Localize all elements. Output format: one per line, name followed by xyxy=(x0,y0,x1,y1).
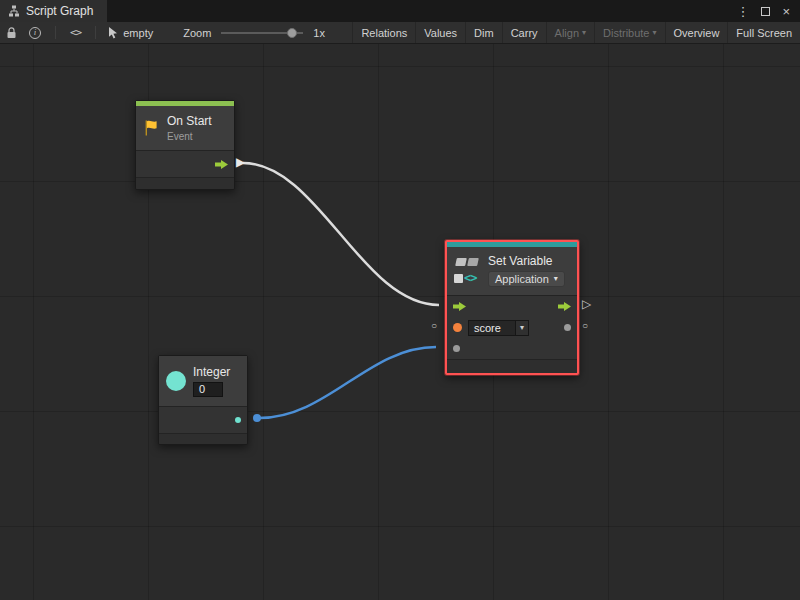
maximize-icon[interactable] xyxy=(761,7,770,16)
control-output-port[interactable] xyxy=(215,160,228,169)
unconnected-control-marker[interactable]: ▷ xyxy=(582,298,591,310)
value-output-port[interactable] xyxy=(564,324,571,331)
name-input-port[interactable] xyxy=(453,323,462,332)
integer-value: 0 xyxy=(199,383,205,395)
selection-status: empty xyxy=(104,27,157,39)
node-set-variable[interactable]: <> Set Variable Application ▾ xyxy=(445,240,579,375)
code-icon[interactable]: <> xyxy=(64,26,87,39)
cursor-icon xyxy=(108,27,118,39)
node-ports xyxy=(159,406,247,433)
value-input-port[interactable] xyxy=(453,345,460,352)
tab-title: Script Graph xyxy=(26,4,93,18)
variable-name-value: score xyxy=(469,321,515,335)
tab-script-graph[interactable]: Script Graph xyxy=(0,0,107,22)
align-button[interactable]: Align ▾ xyxy=(546,22,594,43)
control-output-port[interactable] xyxy=(558,302,571,311)
node-footer xyxy=(136,177,234,189)
variable-name-dropdown[interactable]: score ▾ xyxy=(468,320,529,336)
unconnected-input-circle-marker[interactable]: ○ xyxy=(431,321,437,331)
toolbar-separator xyxy=(55,26,56,39)
integer-value-field[interactable]: 0 xyxy=(193,382,223,397)
graph-icon xyxy=(8,5,20,17)
connected-control-marker: ▶ xyxy=(236,156,245,168)
toolbar-left-group: i <> empty Zoom 1x xyxy=(0,22,325,43)
node-header: On Start Event xyxy=(136,106,234,150)
chevron-down-icon: ▾ xyxy=(582,29,586,37)
carry-button[interactable]: Carry xyxy=(502,22,546,43)
zoom-slider-knob[interactable] xyxy=(287,28,297,38)
chevron-down-icon: ▾ xyxy=(520,324,524,332)
node-header: Integer 0 xyxy=(159,356,247,406)
window-titlebar: Script Graph ⋮ × xyxy=(0,0,800,22)
chevron-down-icon: ▾ xyxy=(653,29,657,37)
distribute-button[interactable]: Distribute ▾ xyxy=(594,22,664,43)
values-button[interactable]: Values xyxy=(415,22,465,43)
node-integer[interactable]: Integer 0 xyxy=(158,355,248,445)
node-on-start[interactable]: On Start Event xyxy=(135,100,235,190)
toolbar-separator xyxy=(95,26,96,39)
integer-output-port[interactable] xyxy=(235,417,241,423)
flag-icon xyxy=(143,119,160,137)
node-title: On Start xyxy=(167,115,212,128)
node-ports: score ▾ xyxy=(447,295,577,359)
node-header: <> Set Variable Application ▾ xyxy=(447,247,577,295)
wires-layer xyxy=(0,44,800,600)
toolbar-button-group: Relations Values Dim Carry Align ▾ Distr… xyxy=(352,22,800,43)
node-title: Set Variable xyxy=(488,255,565,268)
graph-canvas[interactable]: On Start Event <> Set Variable xyxy=(0,44,800,600)
relations-button[interactable]: Relations xyxy=(352,22,415,43)
window-controls: ⋮ × xyxy=(736,0,800,22)
control-input-port[interactable] xyxy=(453,302,466,311)
variable-scope-dropdown[interactable]: Application ▾ xyxy=(488,271,565,287)
selection-status-label: empty xyxy=(123,27,153,39)
graph-toolbar: i <> empty Zoom 1x Relations Values Dim … xyxy=(0,22,800,44)
full-screen-button[interactable]: Full Screen xyxy=(727,22,800,43)
node-ports xyxy=(136,150,234,177)
dim-button[interactable]: Dim xyxy=(465,22,502,43)
chevron-down-icon: ▾ xyxy=(554,275,558,283)
node-title: Integer xyxy=(193,366,230,379)
unconnected-output-circle-marker[interactable]: ○ xyxy=(582,321,588,331)
node-subtitle: Event xyxy=(167,131,212,142)
set-variable-icon: <> xyxy=(454,256,481,286)
node-footer xyxy=(447,359,577,373)
value-wire xyxy=(259,347,436,418)
info-icon[interactable]: i xyxy=(23,27,47,39)
overview-button[interactable]: Overview xyxy=(665,22,728,43)
code-kind-icon: <> xyxy=(464,271,476,285)
integer-icon xyxy=(166,371,186,391)
value-wire-endpoint xyxy=(253,414,261,422)
zoom-value: 1x xyxy=(313,27,325,39)
variable-scope-value: Application xyxy=(495,273,549,285)
close-icon[interactable]: × xyxy=(782,5,790,18)
node-footer xyxy=(159,433,247,444)
zoom-label: Zoom xyxy=(183,27,211,39)
lock-icon[interactable] xyxy=(0,27,23,39)
control-wire xyxy=(243,163,439,305)
kebab-menu-icon[interactable]: ⋮ xyxy=(736,5,749,18)
zoom-slider[interactable] xyxy=(221,32,303,34)
